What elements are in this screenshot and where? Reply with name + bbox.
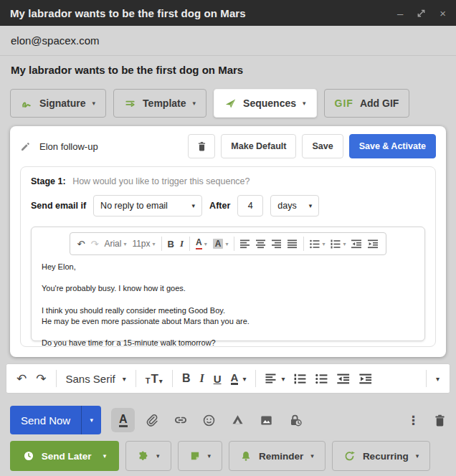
compose-window: My labrador wants to be the first dog on… <box>0 0 456 476</box>
underline-button[interactable]: U <box>214 373 222 385</box>
compose-titlebar: My labrador wants to be the first dog on… <box>0 0 456 26</box>
text-color-button[interactable]: A ▾ <box>196 238 207 249</box>
undo-icon[interactable]: ↶ <box>77 239 85 249</box>
make-default-button[interactable]: Make Default <box>221 134 296 158</box>
after-label: After <box>209 201 230 211</box>
bullet-list-button[interactable] <box>315 373 328 384</box>
signature-icon <box>21 97 33 110</box>
indent-button[interactable] <box>359 373 372 384</box>
align-center-button[interactable] <box>256 239 266 249</box>
trigger-row: Send email if No reply to email ▾ After … <box>31 195 425 216</box>
insert-photo-button[interactable] <box>255 408 278 432</box>
editor-size-select[interactable]: 11px ▾ <box>132 239 155 249</box>
redo-icon[interactable]: ↷ <box>90 239 98 249</box>
sequences-button[interactable]: Sequences ▾ <box>214 89 316 118</box>
link-icon <box>174 413 188 427</box>
chevron-down-icon: ▾ <box>123 241 126 247</box>
font-size-button[interactable]: T T ▾ <box>146 373 163 385</box>
lock-clock-icon <box>288 413 303 427</box>
subject-value: My labrador wants to be the first dog on… <box>11 64 243 76</box>
divider <box>56 370 57 387</box>
snippets-button[interactable]: ▾ <box>178 441 223 471</box>
font-family-select[interactable]: Sans Serif ▾ <box>66 373 126 385</box>
insert-from-drive-button[interactable] <box>226 408 250 432</box>
trigger-condition-value: No reply to email <box>100 201 186 211</box>
size-icon: T <box>151 373 158 385</box>
numbered-list-button[interactable] <box>294 373 306 384</box>
divider <box>426 370 427 387</box>
text-color-button[interactable]: A ▾ <box>231 372 247 385</box>
send-now-dropdown[interactable]: ▾ <box>81 406 101 434</box>
more-options-button[interactable]: ⋮ <box>407 413 419 428</box>
highlight-color-button[interactable]: A ▾ <box>213 239 229 249</box>
numbered-list-button[interactable]: ▾ <box>331 239 346 249</box>
trash-icon <box>196 141 207 152</box>
edit-pencil-icon[interactable] <box>20 141 31 152</box>
indent-button[interactable] <box>368 239 379 249</box>
attach-file-button[interactable] <box>140 408 163 432</box>
align-button[interactable]: ▾ <box>265 373 285 384</box>
more-formats-button[interactable]: ▾ <box>436 375 440 383</box>
subject-field[interactable]: My labrador wants to be the first dog on… <box>0 56 456 83</box>
stage-question: How would you like to trigger this seque… <box>72 176 250 186</box>
add-gif-button[interactable]: GIF Add GIF <box>324 89 410 118</box>
editor-toolbar: ↶ ↷ Arial ▾ 11px ▾ B I A <box>70 232 387 255</box>
template-button[interactable]: Template ▾ <box>113 89 206 118</box>
save-activate-button[interactable]: Save & Activate <box>349 134 436 158</box>
window-title: My labrador wants to be the first dog on… <box>10 7 246 19</box>
minimize-icon[interactable]: – <box>397 8 403 19</box>
chevron-down-icon: ▾ <box>416 452 419 460</box>
align-justify-button[interactable] <box>288 239 298 249</box>
sequence-email-body[interactable]: Hey Elon, You're probably busy. I know h… <box>32 255 424 355</box>
delay-unit-select[interactable]: days ▾ <box>270 195 319 216</box>
note-icon <box>189 450 201 462</box>
recipient-field[interactable]: elon@spacex.com <box>0 26 456 56</box>
popout-icon[interactable] <box>416 8 427 19</box>
send-later-button[interactable]: Send Later ▾ <box>10 441 119 471</box>
numbered-list-icon <box>331 239 341 249</box>
save-button[interactable]: Save <box>302 134 343 158</box>
sequence-actions: Make Default Save Save & Activate <box>188 134 436 158</box>
stage-card: Stage 1: How would you like to trigger t… <box>20 166 436 347</box>
signature-button[interactable]: Signature ▾ <box>10 89 106 118</box>
bold-button[interactable]: B <box>168 239 174 249</box>
streak-toolbar: Signature ▾ Template ▾ Sequences ▾ GI <box>10 89 446 118</box>
recurring-button[interactable]: Recurring ▾ <box>332 441 430 471</box>
trigger-condition-select[interactable]: No reply to email ▾ <box>93 195 202 216</box>
formatting-options-button[interactable]: A <box>111 408 135 432</box>
send-now-button[interactable]: Send Now ▾ <box>10 406 101 434</box>
redo-icon[interactable]: ↷ <box>36 371 46 386</box>
editor-font-value: Arial <box>104 239 121 249</box>
delete-sequence-button[interactable] <box>188 134 215 158</box>
insert-emoji-button[interactable] <box>197 408 221 432</box>
italic-button[interactable]: I <box>199 372 204 385</box>
bold-button[interactable]: B <box>182 372 191 385</box>
editor-font-select[interactable]: Arial ▾ <box>104 239 126 249</box>
emoji-icon <box>202 414 216 427</box>
chevron-down-icon: ▾ <box>193 100 196 107</box>
italic-button[interactable]: I <box>180 238 184 249</box>
chevron-down-icon: ▾ <box>204 241 207 247</box>
confidential-mode-button[interactable] <box>283 408 307 432</box>
paper-plane-icon <box>224 97 237 110</box>
chevron-down-icon: ▾ <box>242 375 246 383</box>
drive-icon <box>231 414 244 427</box>
delay-value-input[interactable] <box>237 195 263 216</box>
align-left-button[interactable] <box>240 239 250 249</box>
outdent-button[interactable] <box>351 239 362 249</box>
undo-icon[interactable]: ↶ <box>16 371 27 386</box>
chevron-down-icon: ▾ <box>208 452 212 460</box>
close-icon[interactable]: × <box>440 8 446 19</box>
integrations-button[interactable]: ▾ <box>125 441 171 471</box>
chevron-down-icon: ▾ <box>309 202 313 209</box>
insert-link-button[interactable] <box>168 408 192 432</box>
outdent-button[interactable] <box>337 373 350 384</box>
reminder-button[interactable]: Reminder ▾ <box>229 441 326 471</box>
discard-draft-button[interactable] <box>434 414 446 427</box>
align-left-icon <box>265 373 277 384</box>
bullet-list-button[interactable]: ▾ <box>310 239 325 249</box>
divider <box>189 237 190 251</box>
align-right-button[interactable] <box>272 239 282 249</box>
stage-question-line: Stage 1: How would you like to trigger t… <box>31 176 425 186</box>
highlight-color-icon: A <box>213 239 224 249</box>
